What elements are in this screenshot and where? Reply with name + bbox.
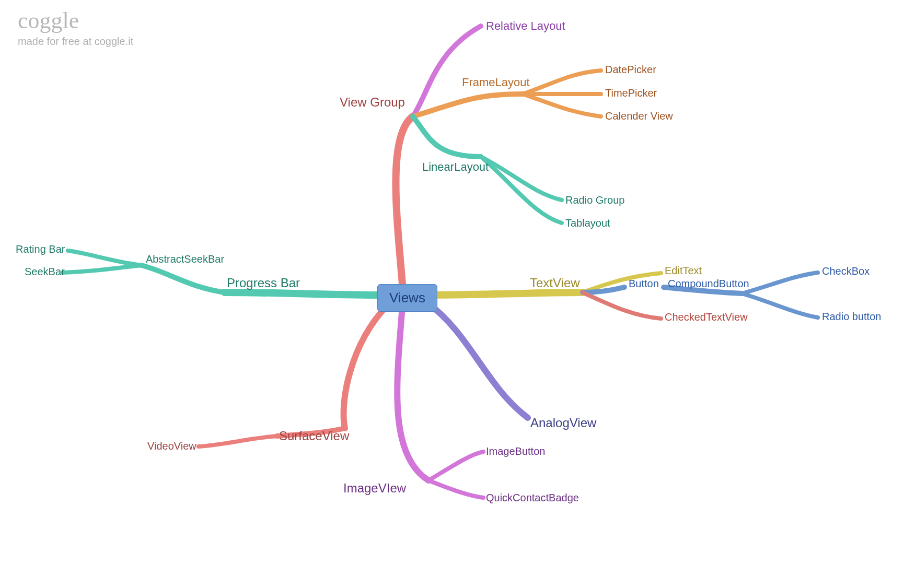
node-frame-layout[interactable]: FrameLayout [462,76,530,89]
node-linear-layout[interactable]: LinearLayout [422,160,489,174]
edge-viewgroup-linearlayout [413,116,481,157]
watermark: coggle made for free at coggle.it [18,9,133,48]
edge-compoundbutton-checkbox [742,273,818,293]
node-image-view[interactable]: ImageVIew [343,481,406,496]
node-video-view[interactable]: VideoView [147,440,196,452]
node-rating-bar[interactable]: Rating Bar [16,243,65,255]
node-surface-view[interactable]: SurfaceView [279,429,349,443]
edge-root-progressbar [225,292,377,295]
node-date-picker[interactable]: DatePicker [605,64,656,76]
root-node[interactable]: Views [377,284,437,312]
node-radio-button[interactable]: Radio button [822,311,881,323]
edge-framelayout-datepicker [523,70,601,94]
node-calendar-view[interactable]: Calender View [605,110,673,122]
node-compound-button[interactable]: CompoundButton [668,278,749,290]
edge-framelayout-calendarview [523,94,601,116]
edge-linearlayout-radiogroup [481,157,562,200]
edge-imageview-imagebutton [428,452,483,480]
edge-abstractseekbar-ratingbar [68,251,141,265]
node-radio-group[interactable]: Radio Group [565,194,624,206]
node-analog-view[interactable]: AnalogView [530,416,596,430]
edge-imageview-quickcontactbadge [428,480,483,498]
node-time-picker[interactable]: TimePicker [605,87,657,99]
edge-root-viewgroup [396,116,413,284]
node-text-view[interactable]: TextView [530,276,580,290]
node-checked-text-view[interactable]: CheckedTextView [665,311,748,323]
edge-progressbar-abstractseekbar [141,265,225,292]
node-view-group[interactable]: View Group [340,95,405,110]
edge-root-surfaceview [344,306,387,428]
node-checkbox[interactable]: CheckBox [822,265,870,277]
node-seek-bar[interactable]: SeekBar [25,266,65,278]
node-edit-text[interactable]: EditText [665,265,702,277]
edge-compoundbutton-radiobutton [742,293,818,317]
node-quick-contact-badge[interactable]: QuickContactBadge [486,492,579,504]
node-relative-layout[interactable]: Relative Layout [486,19,565,33]
edge-viewgroup-framelayout [413,94,523,116]
edge-linearlayout-tablayout [481,157,562,223]
edges-layer [0,0,904,588]
edge-root-analogview [427,303,528,418]
watermark-subtitle: made for free at coggle.it [18,36,133,48]
node-image-button[interactable]: ImageButton [486,445,545,457]
mindmap-canvas: coggle made for free at coggle.it [0,0,904,588]
edge-root-textview [427,292,583,295]
edge-textview-button [583,287,624,292]
edge-viewgroup-relativelayout [413,26,481,116]
node-button[interactable]: Button [629,278,659,290]
node-abstract-seek-bar[interactable]: AbstractSeekBar [146,253,224,265]
edge-surfaceview-videoview [199,436,277,446]
node-tab-layout[interactable]: Tablayout [565,217,610,229]
edge-abstractseekbar-seekbar [63,265,141,273]
edge-textview-checkedtextview [583,292,661,319]
node-progress-bar[interactable]: Progress Bar [227,276,300,290]
edge-root-imageview [397,306,428,480]
watermark-brand: coggle [18,9,133,32]
